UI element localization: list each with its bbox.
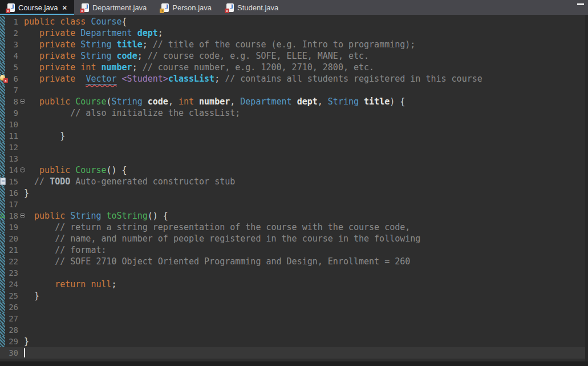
line-number: 25 [5,290,18,301]
error-overlay-icon: x [80,9,84,13]
code-line-13[interactable]: 13 [0,153,588,164]
line-number: 27 [5,313,18,324]
code-line-17[interactable]: 17 [0,199,588,210]
line-number: 10 [5,119,18,130]
tab-bar: JxCourse.java×JxDepartment.javaJ!Person.… [0,0,588,15]
code-line-11[interactable]: 11 } [0,130,588,142]
range-indicator [0,119,5,130]
code-line-1[interactable]: 1public class Course{ [0,16,588,27]
range-indicator [0,187,5,199]
tab-label: Department.java [92,3,147,12]
code-text: // return a string representation of the… [24,222,410,233]
code-text: public class Course{ [24,16,127,27]
range-indicator [0,233,5,244]
tab-student-java[interactable]: JxStudent.java [219,0,286,15]
code-text: // format: [24,244,107,256]
override-indicator-icon[interactable]: △ [0,211,5,219]
code-line-20[interactable]: 20 // name, and number of people registe… [0,233,588,244]
code-text: private Department dept; [24,27,163,39]
code-line-6[interactable]: x6 private Vector <Student>classList; //… [0,73,588,85]
java-file-icon: Jx [82,3,89,12]
tab-department-java[interactable]: JxDepartment.java [74,0,154,15]
code-text: return null; [24,279,117,290]
scrollbar-track[interactable] [585,15,588,366]
line-number: 20 [5,233,18,244]
line-number: 6 [5,73,18,85]
code-line-18[interactable]: △18 public String toString() { [0,210,588,222]
code-line-23[interactable]: 23 [0,267,588,279]
code-line-30[interactable]: 30 [0,347,588,359]
code-line-22[interactable]: 22 // SOFE 2710 Object Oriented Programm… [0,256,588,267]
line-number: 5 [5,62,18,73]
code-editor[interactable]: 1public class Course{2 private Departmen… [0,15,588,366]
range-indicator [0,324,5,336]
line-number: 1 [5,16,18,27]
range-indicator [0,244,5,256]
code-line-9[interactable]: 9 // also initialize the classList; [0,107,588,119]
code-text: private Vector <Student>classList; // co… [24,73,482,85]
tab-label: Student.java [237,3,278,12]
range-indicator [0,85,5,96]
line-number: 16 [5,187,18,199]
range-indicator [0,336,5,347]
line-number: 29 [5,336,18,347]
line-number: 24 [5,279,18,290]
code-text: } [24,290,39,301]
code-line-28[interactable]: 28 [0,324,588,336]
code-line-8[interactable]: 8 public Course(String code, int number,… [0,96,588,107]
range-indicator [0,153,5,164]
line-number: 30 [5,347,18,359]
range-indicator [0,107,5,119]
range-indicator [0,347,5,359]
code-text: private int number; // course number, e.… [24,62,374,73]
code-line-15[interactable]: 15 // TODO Auto-generated constructor st… [0,176,588,187]
code-line-19[interactable]: 19 // return a string representation of … [0,222,588,233]
range-indicator [0,301,5,313]
tab-course-java[interactable]: JxCourse.java× [0,0,74,15]
code-line-10[interactable]: 10 [0,119,588,130]
code-line-5[interactable]: 5 private int number; // course number, … [0,62,588,73]
range-indicator [0,279,5,290]
code-line-3[interactable]: 3 private String title; // title of the … [0,39,588,50]
line-number: 18 [5,210,18,222]
line-number: 3 [5,39,18,50]
minimize-view-icon[interactable] [577,3,584,5]
code-text: // also initialize the classList; [24,107,240,119]
code-text: public Course(String code, int number, D… [24,96,405,107]
code-line-4[interactable]: 4 private String code; // course code, e… [0,50,588,62]
eclipse-editor-window: JxCourse.java×JxDepartment.javaJ!Person.… [0,0,588,366]
tab-label: Course.java [18,3,58,12]
range-indicator [0,164,5,176]
warning-overlay-icon: ! [160,9,164,13]
range-indicator [0,130,5,142]
code-text: public String toString() { [24,210,168,222]
range-indicator [0,16,5,27]
code-line-14[interactable]: 14 public Course() { [0,164,588,176]
code-line-2[interactable]: 2 private Department dept; [0,27,588,39]
code-line-24[interactable]: 24 return null; [0,279,588,290]
code-line-21[interactable]: 21 // format: [0,244,588,256]
line-number: 12 [5,142,18,153]
range-indicator [0,62,5,73]
tab-person-java[interactable]: J!Person.java [154,0,219,15]
code-line-7[interactable]: 7 [0,85,588,96]
range-indicator [0,313,5,324]
code-line-27[interactable]: 27 [0,313,588,324]
code-text: } [24,130,65,142]
range-indicator [0,50,5,62]
code-text: } [24,336,29,347]
line-number: 14 [5,164,18,176]
code-line-16[interactable]: 16} [0,187,588,199]
code-line-29[interactable]: 29} [0,336,588,347]
tab-close-icon[interactable]: × [62,3,67,12]
code-line-25[interactable]: 25 } [0,290,588,301]
code-line-12[interactable]: 12 [0,142,588,153]
code-text [24,347,25,359]
code-line-26[interactable]: 26 [0,301,588,313]
line-number: 9 [5,107,18,119]
line-number: 17 [5,199,18,210]
line-number: 28 [5,324,18,336]
java-file-icon: Jx [226,3,234,12]
range-indicator [0,256,5,267]
line-number: 23 [5,267,18,279]
